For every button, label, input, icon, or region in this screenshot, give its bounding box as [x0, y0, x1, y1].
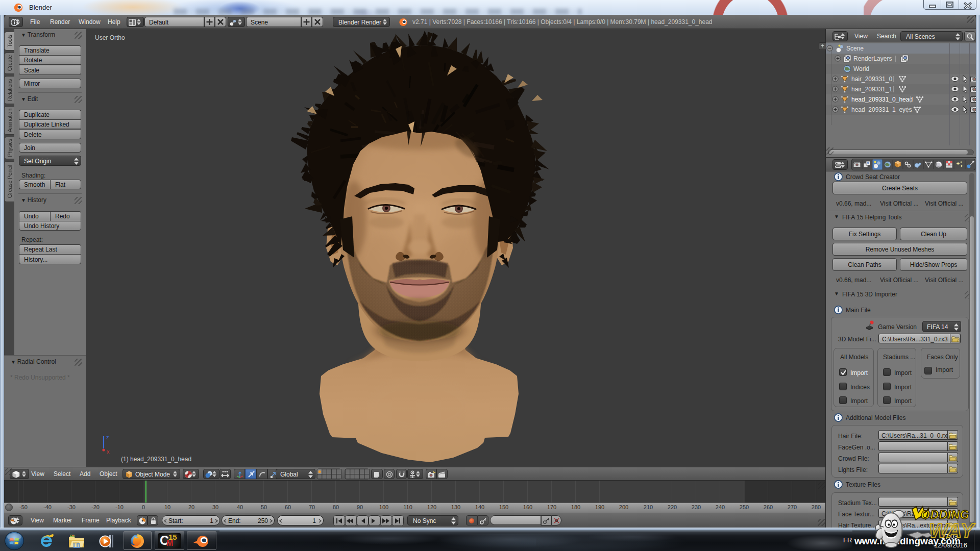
svg-text:x: x	[107, 448, 110, 455]
svg-text:z: z	[106, 434, 109, 440]
